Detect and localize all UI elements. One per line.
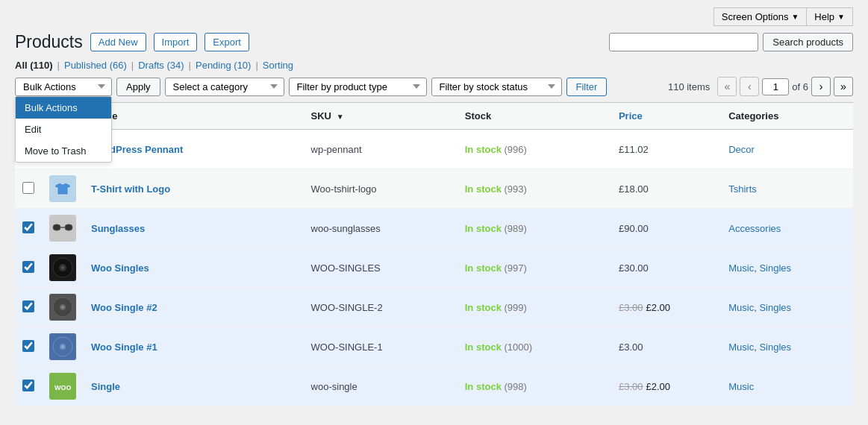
price-original: £3.00 xyxy=(619,381,643,392)
col-header-price: Price xyxy=(611,103,721,130)
import-button[interactable]: Import xyxy=(154,33,198,51)
product-thumbnail xyxy=(49,254,76,281)
product-categories: Music xyxy=(721,367,853,406)
product-type-select[interactable]: Filter by product type xyxy=(289,78,427,96)
first-page-button[interactable]: « xyxy=(717,77,737,96)
category-link[interactable]: Singles xyxy=(759,262,791,274)
tab-drafts[interactable]: Drafts (34) xyxy=(138,60,184,71)
product-price: £3.00£2.00 xyxy=(611,367,721,406)
row-checkbox[interactable] xyxy=(22,340,34,352)
help-caret-icon: ▼ xyxy=(837,13,845,21)
category-link[interactable]: Music xyxy=(728,341,754,353)
price-original: £3.00 xyxy=(619,302,643,313)
page-title: Products xyxy=(15,32,83,52)
category-link[interactable]: Decor xyxy=(728,144,755,155)
category-link[interactable]: Accessories xyxy=(728,223,781,234)
bulk-actions-select[interactable]: Bulk Actions Edit Move to Trash xyxy=(15,78,112,96)
product-categories: Accessories xyxy=(721,209,853,248)
export-button[interactable]: Export xyxy=(204,33,249,51)
product-thumbnail xyxy=(49,294,76,321)
product-sku: WOO-SINGLE-1 xyxy=(304,327,458,367)
col-header-name[interactable]: Name xyxy=(84,103,304,130)
category-select[interactable]: Select a category xyxy=(165,78,284,96)
screen-options-label: Screen Options xyxy=(722,11,789,22)
stock-count: (1000) xyxy=(505,341,533,353)
table-row: Woo Single #2WOO-SINGLE-2In stock (999)£… xyxy=(15,288,853,327)
product-sku: WOO-SINGLE-2 xyxy=(304,288,458,327)
bulk-dropdown-item-edit[interactable]: Edit xyxy=(16,119,111,140)
product-name-link[interactable]: Woo Single #2 xyxy=(91,302,157,313)
bulk-dropdown-item-move-to-trash[interactable]: Move to Trash xyxy=(16,140,111,162)
row-checkbox[interactable] xyxy=(22,300,34,312)
product-name-link[interactable]: Woo Single #1 xyxy=(91,341,157,353)
product-price: £90.00 xyxy=(611,209,721,248)
filter-row: Bulk Actions Edit Move to Trash Bulk Act… xyxy=(15,77,853,96)
table-row: WOOSinglewoo-singleIn stock (998)£3.00£2… xyxy=(15,367,853,406)
filter-button[interactable]: Filter xyxy=(566,78,608,96)
bulk-dropdown-item-bulk-actions[interactable]: Bulk Actions xyxy=(16,97,111,119)
svg-text:WOO: WOO xyxy=(54,384,72,391)
stock-status: In stock (993) xyxy=(465,183,527,195)
product-name-link[interactable]: Sunglasses xyxy=(91,223,145,234)
row-checkbox[interactable] xyxy=(22,182,34,194)
product-price: £11.02 xyxy=(611,130,721,169)
table-row: WPWordPress Pennantwp-pennantIn stock (9… xyxy=(15,130,853,169)
screen-options-caret-icon: ▼ xyxy=(791,13,799,21)
stock-count: (998) xyxy=(505,381,527,392)
stock-count: (993) xyxy=(505,183,527,195)
sku-sort-icon: ▼ xyxy=(337,113,344,121)
last-page-button[interactable]: » xyxy=(834,77,853,96)
product-thumbnail: WOO xyxy=(49,373,76,400)
stock-status-select[interactable]: Filter by stock status xyxy=(431,78,562,96)
stock-status: In stock (1000) xyxy=(465,341,532,353)
col-header-categories: Categories xyxy=(721,103,853,130)
stock-count: (989) xyxy=(505,223,527,234)
search-products-button[interactable]: Search products xyxy=(763,33,853,51)
category-link[interactable]: Tshirts xyxy=(728,183,757,195)
product-categories: Music, Singles xyxy=(721,288,853,327)
screen-options-button[interactable]: Screen Options ▼ xyxy=(714,7,807,26)
col-header-sku[interactable]: SKU ▼ xyxy=(304,103,458,130)
product-thumbnail xyxy=(49,215,76,242)
page-input[interactable] xyxy=(762,78,789,95)
category-link[interactable]: Singles xyxy=(759,341,791,353)
prev-page-button[interactable]: ‹ xyxy=(740,77,759,96)
next-page-button[interactable]: › xyxy=(811,77,831,96)
product-thumbnail xyxy=(49,175,76,202)
svg-point-10 xyxy=(61,306,64,309)
product-name-link[interactable]: T-Shirt with Logo xyxy=(91,183,170,195)
stock-count: (999) xyxy=(505,302,527,313)
add-new-button[interactable]: Add New xyxy=(90,33,146,51)
product-price: £3.00 xyxy=(611,327,721,367)
tab-published[interactable]: Published (66) xyxy=(64,60,127,71)
tab-all[interactable]: All (110) xyxy=(15,60,53,71)
svg-rect-2 xyxy=(53,224,60,230)
category-link[interactable]: Singles xyxy=(759,302,791,313)
product-categories: Decor xyxy=(721,130,853,169)
stock-status: In stock (996) xyxy=(465,144,527,155)
tab-pending[interactable]: Pending (10) xyxy=(196,60,251,71)
category-link[interactable]: Music xyxy=(728,381,754,392)
bulk-actions-dropdown: Bulk Actions Edit Move to Trash xyxy=(15,96,112,163)
table-row: Woo SinglesWOO-SINGLESIn stock (997)£30.… xyxy=(15,248,853,288)
tab-sorting[interactable]: Sorting xyxy=(263,60,293,71)
category-link[interactable]: Music xyxy=(728,302,754,313)
category-link[interactable]: Music xyxy=(728,262,754,274)
row-checkbox[interactable] xyxy=(22,261,34,273)
product-sku: WOO-SINGLES xyxy=(304,248,458,288)
price-sale: £2.00 xyxy=(646,381,670,392)
product-thumbnail xyxy=(49,333,76,360)
product-sku: woo-single xyxy=(304,367,458,406)
svg-rect-3 xyxy=(65,224,72,230)
price-sale: £2.00 xyxy=(646,302,670,313)
row-checkbox[interactable] xyxy=(22,221,34,233)
apply-button[interactable]: Apply xyxy=(116,78,160,96)
svg-point-13 xyxy=(61,345,64,348)
product-name-link[interactable]: Single xyxy=(91,381,120,392)
product-sku: wp-pennant xyxy=(304,130,458,169)
items-count: 110 items xyxy=(668,81,710,92)
search-input[interactable] xyxy=(609,33,758,51)
row-checkbox[interactable] xyxy=(22,380,34,391)
product-name-link[interactable]: Woo Singles xyxy=(91,262,149,274)
help-button[interactable]: Help ▼ xyxy=(806,7,853,26)
